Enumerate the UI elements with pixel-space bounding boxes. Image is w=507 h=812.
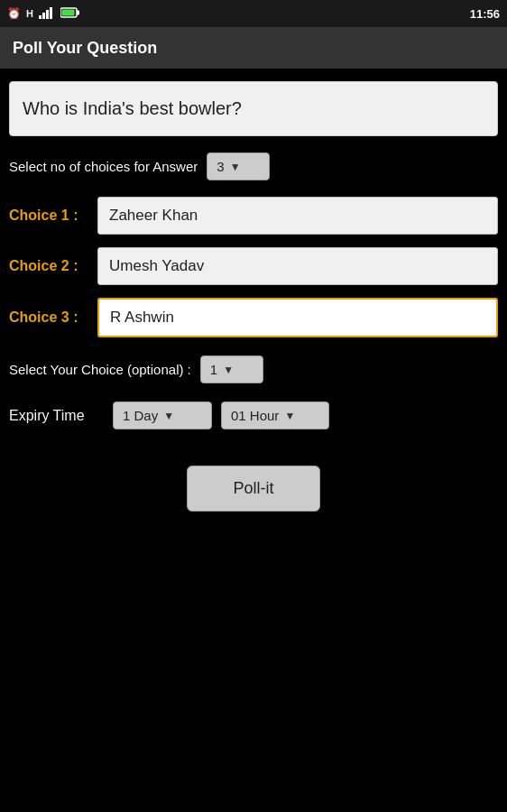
expiry-day-arrow-icon: ▼ [163, 410, 174, 422]
svg-rect-0 [39, 15, 41, 19]
status-icons-left: ⏰ H [7, 6, 80, 22]
choices-count-label: Select no of choices for Answer [9, 159, 198, 174]
title-bar: Poll Your Question [0, 27, 507, 69]
expiry-time-label: Expiry Time [9, 408, 104, 424]
question-box: Who is India's best bowler? [9, 81, 498, 136]
expiry-hour-value: 01 Hour [231, 408, 279, 423]
poll-button-wrap: Poll-it [9, 466, 498, 512]
choice-2-label: Choice 2 : [9, 258, 90, 274]
status-bar: ⏰ H 11:56 [0, 0, 507, 27]
expiry-day-dropdown[interactable]: 1 Day ▼ [113, 401, 212, 429]
choices-count-arrow-icon: ▼ [230, 161, 241, 173]
question-text: Who is India's best bowler? [23, 98, 242, 118]
choice-1-label: Choice 1 : [9, 208, 90, 224]
poll-it-button[interactable]: Poll-it [187, 466, 319, 512]
choice-2-row: Choice 2 : [9, 247, 498, 285]
choice-3-input[interactable] [97, 298, 498, 337]
choice-3-row: Choice 3 : [9, 298, 498, 337]
svg-rect-3 [50, 7, 52, 19]
your-choice-dropdown[interactable]: 1 ▼ [200, 355, 263, 383]
your-choice-value: 1 [210, 362, 217, 377]
choice-3-label: Choice 3 : [9, 309, 90, 326]
expiry-hour-arrow-icon: ▼ [284, 410, 295, 422]
choice-2-input[interactable] [97, 247, 498, 285]
svg-rect-6 [61, 9, 74, 15]
choice-1-input[interactable] [97, 197, 498, 235]
choices-count-value: 3 [217, 159, 224, 174]
choices-count-row: Select no of choices for Answer 3 ▼ [9, 152, 498, 180]
choices-count-dropdown[interactable]: 3 ▼ [207, 152, 270, 180]
svg-rect-1 [42, 13, 45, 19]
alarm-icon: ⏰ [7, 7, 21, 20]
svg-rect-5 [77, 10, 79, 14]
page-title: Poll Your Question [13, 39, 157, 58]
your-choice-label: Select Your Choice (optional) : [9, 362, 191, 377]
svg-rect-2 [46, 10, 49, 19]
battery-icon [60, 7, 80, 21]
expiry-time-row: Expiry Time 1 Day ▼ 01 Hour ▼ [9, 401, 498, 429]
status-time: 11:56 [470, 7, 500, 21]
your-choice-arrow-icon: ▼ [223, 364, 234, 376]
time-display: 11:56 [470, 7, 500, 21]
expiry-day-value: 1 Day [123, 408, 158, 423]
expiry-hour-dropdown[interactable]: 01 Hour ▼ [221, 401, 329, 429]
h-signal-icon: H [26, 8, 33, 19]
choice-1-row: Choice 1 : [9, 197, 498, 235]
main-content: Who is India's best bowler? Select no of… [0, 69, 507, 524]
your-choice-row: Select Your Choice (optional) : 1 ▼ [9, 355, 498, 383]
signal-bars-icon [39, 6, 55, 22]
